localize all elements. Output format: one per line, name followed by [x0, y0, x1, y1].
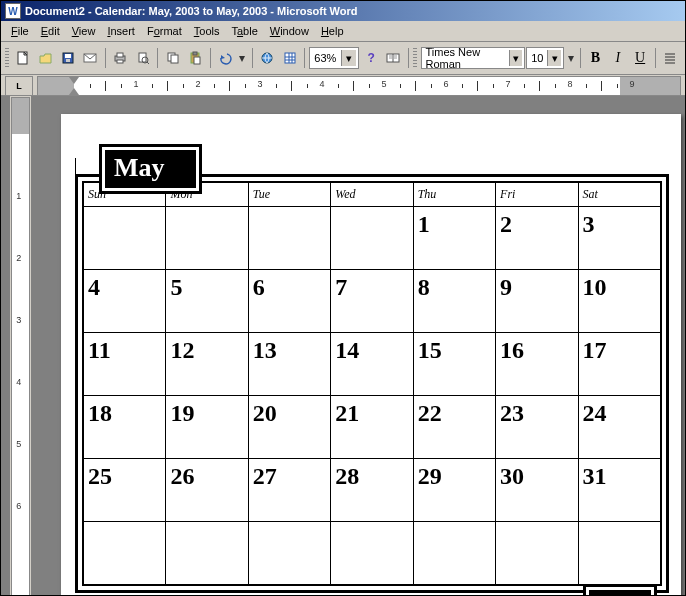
menu-edit[interactable]: Edit	[35, 23, 66, 39]
menu-table[interactable]: Table	[225, 23, 263, 39]
chevron-down-icon[interactable]: ▾	[341, 50, 356, 66]
vertical-ruler[interactable]: 123456	[11, 97, 30, 596]
calendar-cell[interactable]: 13	[248, 333, 330, 396]
bold-button[interactable]: B	[585, 46, 606, 70]
read-icon[interactable]	[383, 46, 404, 70]
calendar-cell[interactable]	[166, 522, 248, 585]
menu-help[interactable]: Help	[315, 23, 350, 39]
calendar-cell[interactable]: 26	[166, 459, 248, 522]
calendar-cell[interactable]: 14	[331, 333, 413, 396]
calendar-cell[interactable]	[248, 522, 330, 585]
calendar-cell[interactable]: 15	[413, 333, 495, 396]
calendar-cell[interactable]: 12	[166, 333, 248, 396]
calendar-cell[interactable]	[496, 522, 578, 585]
tab-selector[interactable]: L	[5, 76, 33, 96]
menu-bar: File Edit View Insert Format Tools Table…	[1, 21, 685, 42]
calendar-cell[interactable]: 11	[84, 333, 166, 396]
chevron-down-icon[interactable]: ▾	[509, 50, 522, 66]
calendar-cell[interactable]: 29	[413, 459, 495, 522]
calendar-cell[interactable]: 2	[496, 207, 578, 270]
calendar-cell[interactable]	[166, 207, 248, 270]
word-app-icon: W	[5, 3, 21, 19]
underline-button[interactable]: U	[629, 46, 650, 70]
window-title: Document2 - Calendar: May, 2003 to May, …	[25, 5, 358, 17]
calendar-cell[interactable]: 17	[578, 333, 660, 396]
undo-dropdown-icon[interactable]: ▾	[237, 46, 248, 70]
font-size-value: 10	[531, 52, 543, 64]
calendar-cell[interactable]: 8	[413, 270, 495, 333]
align-justify-icon[interactable]	[660, 46, 681, 70]
preview-icon[interactable]	[132, 46, 153, 70]
calendar-cell[interactable]: 23	[496, 396, 578, 459]
hanging-indent-icon[interactable]	[69, 88, 79, 95]
calendar-row: 123	[84, 207, 661, 270]
zoom-combo[interactable]: 63%▾	[309, 47, 359, 69]
font-size-combo[interactable]: 10▾	[526, 47, 564, 69]
ruler-number: 1	[133, 79, 138, 89]
calendar-cell[interactable]: 16	[496, 333, 578, 396]
calendar-cell[interactable]: 4	[84, 270, 166, 333]
save-icon[interactable]	[57, 46, 78, 70]
calendar-cell[interactable]: 5	[166, 270, 248, 333]
calendar-cell[interactable]: 28	[331, 459, 413, 522]
toolbar-options-icon[interactable]: ▾	[565, 46, 576, 70]
standard-toolbar: ▾ 63%▾ ? Times New Roman▾ 10▾ ▾ B I U	[1, 42, 685, 75]
calendar-cell[interactable]	[84, 522, 166, 585]
document-area[interactable]: May SunMonTueWedThuFriSat 12345678910111…	[31, 96, 685, 596]
undo-icon[interactable]	[215, 46, 236, 70]
menu-tools[interactable]: Tools	[188, 23, 226, 39]
horizontal-ruler[interactable]: 123456789	[37, 76, 681, 96]
calendar-cell[interactable]: 19	[166, 396, 248, 459]
calendar-cell[interactable]	[84, 207, 166, 270]
ruler-number: 2	[16, 253, 21, 263]
day-header: Wed	[331, 183, 413, 207]
calendar-cell[interactable]: 6	[248, 270, 330, 333]
calendar-table: SunMonTueWedThuFriSat 123456789101112131…	[83, 182, 661, 585]
month-label: May	[105, 150, 196, 188]
calendar-cell[interactable]: 10	[578, 270, 660, 333]
hyperlink-icon[interactable]	[257, 46, 278, 70]
menu-insert[interactable]: Insert	[101, 23, 141, 39]
calendar-cell[interactable]	[413, 522, 495, 585]
italic-button[interactable]: I	[607, 46, 628, 70]
calendar-cell[interactable]: 7	[331, 270, 413, 333]
calendar-cell[interactable]: 21	[331, 396, 413, 459]
open-icon[interactable]	[35, 46, 56, 70]
mail-icon[interactable]	[80, 46, 101, 70]
calendar-cell[interactable]: 18	[84, 396, 166, 459]
calendar-cell[interactable]: 20	[248, 396, 330, 459]
table-icon[interactable]	[279, 46, 300, 70]
font-combo[interactable]: Times New Roman▾	[421, 47, 526, 69]
new-doc-icon[interactable]	[13, 46, 34, 70]
copy-icon[interactable]	[162, 46, 183, 70]
menu-window[interactable]: Window	[264, 23, 315, 39]
chevron-down-icon[interactable]: ▾	[547, 50, 561, 66]
print-icon[interactable]	[110, 46, 131, 70]
calendar-cell[interactable]	[331, 522, 413, 585]
calendar-cell[interactable]	[248, 207, 330, 270]
menu-format[interactable]: Format	[141, 23, 188, 39]
calendar-cell[interactable]: 3	[578, 207, 660, 270]
calendar-cell[interactable]	[331, 207, 413, 270]
svg-rect-12	[171, 55, 178, 63]
calendar-cell[interactable]: 1	[413, 207, 495, 270]
toolbar-grip[interactable]	[5, 48, 9, 68]
calendar-cell[interactable]	[578, 522, 660, 585]
toolbar-grip[interactable]	[413, 48, 417, 68]
calendar-cell[interactable]: 30	[496, 459, 578, 522]
calendar-cell[interactable]: 27	[248, 459, 330, 522]
paste-icon[interactable]	[185, 46, 206, 70]
calendar-cell[interactable]: 22	[413, 396, 495, 459]
calendar-cell[interactable]: 9	[496, 270, 578, 333]
calendar-cell[interactable]: 31	[578, 459, 660, 522]
title-bar[interactable]: W Document2 - Calendar: May, 2003 to May…	[1, 1, 685, 21]
calendar-cell[interactable]: 25	[84, 459, 166, 522]
help-icon[interactable]: ?	[360, 46, 381, 70]
separator	[580, 48, 581, 68]
menu-file[interactable]: File	[5, 23, 35, 39]
svg-rect-3	[66, 59, 70, 62]
first-line-indent-icon[interactable]	[69, 77, 79, 84]
selection-bar[interactable]	[1, 96, 10, 596]
menu-view[interactable]: View	[66, 23, 102, 39]
calendar-cell[interactable]: 24	[578, 396, 660, 459]
